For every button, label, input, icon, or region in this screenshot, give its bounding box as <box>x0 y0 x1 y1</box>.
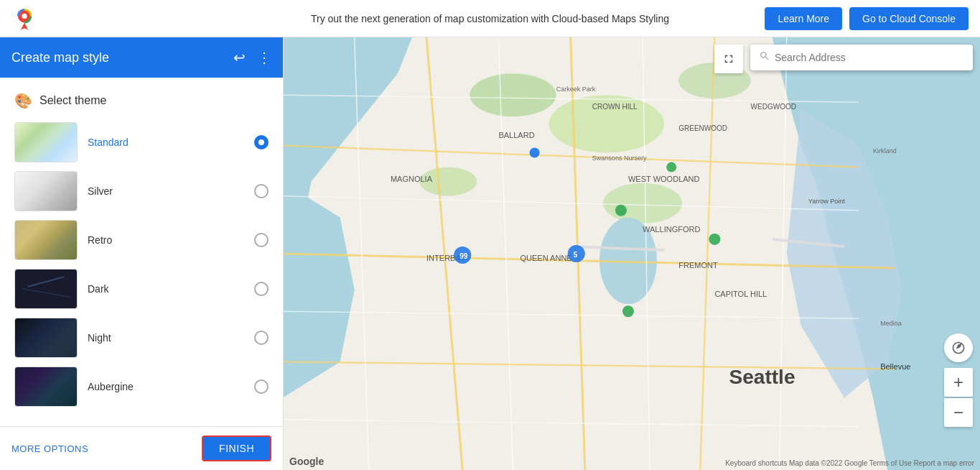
radio-aubergine[interactable] <box>254 379 269 394</box>
sidebar-header: Create map style ↩ ⋮ <box>0 37 283 78</box>
sidebar-content: 🎨 Select theme Standard Silver <box>0 78 283 426</box>
section-header: 🎨 Select theme <box>0 86 283 112</box>
theme-thumbnail-aubergine <box>14 367 78 407</box>
map-area[interactable]: Seattle MAGNOLIA BALLARD CROWN HILL GREE… <box>284 37 980 470</box>
sidebar: Create map style ↩ ⋮ 🎨 Select theme Stan… <box>0 37 284 470</box>
radio-night[interactable] <box>254 331 269 345</box>
search-input[interactable] <box>775 52 964 63</box>
svg-text:Swansons Nursery: Swansons Nursery <box>592 155 647 162</box>
palette-icon: 🎨 <box>14 92 32 109</box>
zoom-in-button[interactable]: + <box>944 368 973 397</box>
theme-item-night[interactable]: Night <box>0 313 283 362</box>
sidebar-header-icons: ↩ ⋮ <box>233 49 271 66</box>
undo-icon[interactable]: ↩ <box>233 49 246 66</box>
radio-silver[interactable] <box>254 184 269 198</box>
theme-thumbnail-standard <box>14 122 78 162</box>
svg-point-8 <box>603 183 682 224</box>
svg-text:WALLINGFORD: WALLINGFORD <box>643 225 700 234</box>
zoom-out-button[interactable]: − <box>944 398 973 427</box>
banner-actions: Learn More Go to Cloud Console <box>765 7 969 30</box>
svg-point-51 <box>666 162 676 172</box>
theme-label-retro: Retro <box>88 234 244 246</box>
more-vert-icon[interactable]: ⋮ <box>257 49 271 66</box>
theme-label-night: Night <box>88 332 244 344</box>
svg-point-52 <box>530 148 540 158</box>
theme-list: Standard Silver Retro <box>0 112 283 417</box>
theme-item-silver[interactable]: Silver <box>0 167 283 216</box>
map-background: Seattle MAGNOLIA BALLARD CROWN HILL GREE… <box>284 37 980 470</box>
google-maps-logo <box>11 6 37 32</box>
svg-text:BALLARD: BALLARD <box>498 131 534 139</box>
theme-item-standard[interactable]: Standard <box>0 118 283 167</box>
theme-thumbnail-retro <box>14 220 78 260</box>
svg-text:WEDGWOOD: WEDGWOOD <box>751 103 796 111</box>
top-banner: Try out the next generation of map custo… <box>0 0 980 37</box>
main-layout: Create map style ↩ ⋮ 🎨 Select theme Stan… <box>0 37 980 470</box>
theme-label-standard: Standard <box>88 137 244 148</box>
svg-text:Bellevue: Bellevue <box>880 362 910 371</box>
sidebar-title: Create map style <box>11 50 109 65</box>
radio-standard[interactable] <box>254 135 269 149</box>
finish-button[interactable]: FINISH <box>202 436 271 461</box>
svg-text:Seattle: Seattle <box>729 366 795 388</box>
svg-text:5: 5 <box>574 251 578 259</box>
theme-thumbnail-silver <box>14 171 78 211</box>
svg-text:99: 99 <box>459 252 468 260</box>
search-box <box>750 45 973 70</box>
section-title: Select theme <box>39 94 106 107</box>
svg-text:MAGNOLIA: MAGNOLIA <box>391 175 433 183</box>
sidebar-footer: MORE OPTIONS FINISH <box>0 426 283 470</box>
svg-text:Medina: Medina <box>880 320 902 327</box>
svg-point-5 <box>470 73 556 116</box>
more-options-button[interactable]: MORE OPTIONS <box>11 443 88 454</box>
compass-button[interactable] <box>944 333 973 362</box>
svg-text:GREENWOOD: GREENWOOD <box>678 124 727 132</box>
cloud-console-button[interactable]: Go to Cloud Console <box>849 7 969 30</box>
svg-text:Yarrow Point: Yarrow Point <box>808 198 845 205</box>
theme-item-retro[interactable]: Retro <box>0 216 283 264</box>
svg-text:CAPITOL HILL: CAPITOL HILL <box>714 290 767 298</box>
theme-item-aubergine[interactable]: Aubergine <box>0 362 283 411</box>
svg-point-1 <box>22 13 27 18</box>
theme-label-aubergine: Aubergine <box>88 381 244 392</box>
svg-text:CROWN HILL: CROWN HILL <box>592 103 638 111</box>
learn-more-button[interactable]: Learn More <box>765 7 842 30</box>
radio-retro[interactable] <box>254 233 269 247</box>
banner-message: Try out the next generation of map custo… <box>311 13 669 24</box>
theme-item-dark[interactable]: Dark <box>0 264 283 313</box>
svg-text:QUEEN ANNE: QUEEN ANNE <box>520 254 571 262</box>
theme-label-silver: Silver <box>88 185 244 197</box>
svg-point-54 <box>622 305 634 317</box>
svg-text:FREMONT: FREMONT <box>678 261 718 269</box>
search-icon <box>759 50 770 65</box>
radio-dark[interactable] <box>254 282 269 296</box>
svg-text:Kirkland: Kirkland <box>873 147 897 155</box>
svg-point-50 <box>615 205 627 216</box>
fullscreen-button[interactable] <box>714 45 743 73</box>
svg-text:WEST WOODLAND: WEST WOODLAND <box>628 175 700 183</box>
svg-point-53 <box>709 234 720 245</box>
theme-label-dark: Dark <box>88 283 244 295</box>
theme-thumbnail-dark <box>14 269 78 309</box>
svg-text:Carkeek Park: Carkeek Park <box>556 86 596 93</box>
map-controls: + − <box>944 333 973 427</box>
theme-thumbnail-night <box>14 318 78 358</box>
